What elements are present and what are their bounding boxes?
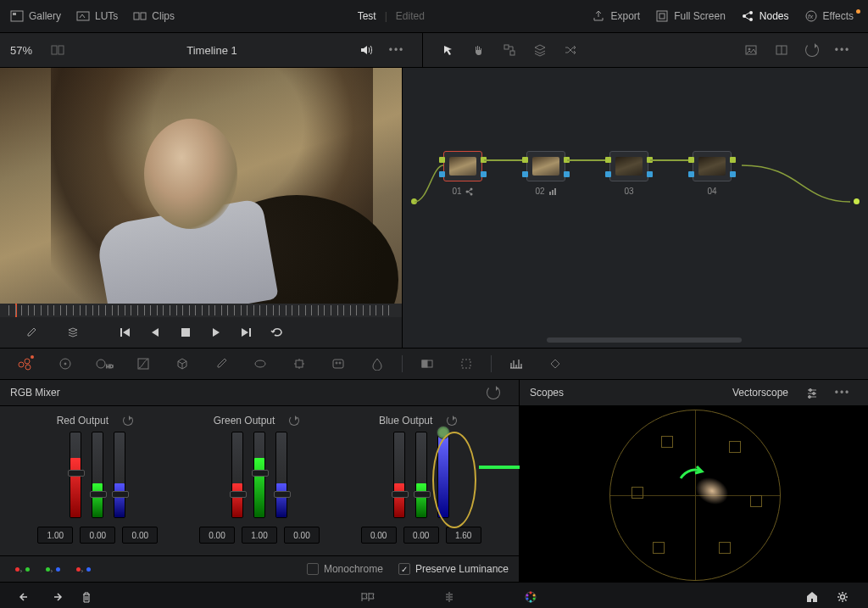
swap-rb-button[interactable]: ›: [71, 563, 95, 575]
red-b-slider[interactable]: [114, 432, 125, 518]
primaries-tab[interactable]: [53, 352, 78, 376]
gallery-button[interactable]: Gallery: [10, 9, 61, 23]
viewer-layout-button[interactable]: [46, 38, 70, 62]
reset-node-button[interactable]: [800, 38, 824, 62]
blue-b-value[interactable]: 1.60: [446, 527, 481, 544]
export-button[interactable]: Export: [592, 9, 640, 23]
red-reset-button[interactable]: [120, 413, 136, 428]
red-b-value[interactable]: 0.00: [122, 527, 158, 544]
green-reset-button[interactable]: [287, 413, 302, 428]
blur-tab[interactable]: [364, 352, 390, 376]
blue-r-value[interactable]: 0.00: [361, 527, 397, 544]
color-page-button[interactable]: [519, 585, 542, 608]
undo-button[interactable]: [14, 585, 37, 608]
monochrome-checkbox[interactable]: Monochrome: [307, 563, 383, 575]
prev-clip-button[interactable]: [113, 321, 136, 344]
sizing-tab[interactable]: [453, 352, 479, 376]
effects-indicator-dot: [856, 9, 860, 14]
scrubber[interactable]: [0, 304, 402, 317]
node-options-button[interactable]: •••: [831, 38, 854, 62]
shuffle-tool[interactable]: [559, 38, 582, 62]
layers-button[interactable]: [61, 321, 85, 344]
green-g-value[interactable]: 1.00: [242, 527, 277, 544]
split-mode-button[interactable]: [770, 38, 793, 62]
tracker-tab[interactable]: [287, 352, 312, 376]
clips-button[interactable]: Clips: [133, 9, 175, 23]
qualifier-tab[interactable]: [209, 352, 234, 376]
green-b-value[interactable]: 0.00: [284, 527, 320, 544]
hdr-tab[interactable]: HDR: [92, 352, 117, 376]
red-output-label: Red Output: [57, 415, 108, 427]
node-graph[interactable]: 01 02 03 04: [403, 68, 868, 348]
node-04[interactable]: 04: [693, 151, 732, 181]
fullscreen-button[interactable]: Full Screen: [655, 9, 726, 23]
svg-point-49: [533, 598, 536, 600]
loop-button[interactable]: [265, 321, 289, 344]
swap-gb-button[interactable]: ›: [41, 563, 64, 575]
node-01[interactable]: 01: [443, 151, 482, 181]
viewer-canvas[interactable]: [0, 68, 402, 304]
hand-icon: [472, 43, 486, 57]
svg-rect-24: [549, 192, 551, 195]
step-back-button[interactable]: [143, 321, 167, 344]
green-g-slider[interactable]: [253, 432, 265, 518]
svg-rect-3: [134, 13, 139, 20]
color-wheels-tab[interactable]: [14, 352, 39, 376]
red-g-value[interactable]: 0.00: [80, 527, 115, 544]
node-layout-tool[interactable]: [498, 38, 521, 62]
luts-button[interactable]: LUTs: [76, 9, 118, 23]
split-clip-button[interactable]: [437, 585, 461, 608]
pan-tool[interactable]: [467, 38, 491, 62]
waveform-tab[interactable]: [504, 352, 529, 376]
blue-b-handle[interactable]: [437, 426, 450, 439]
curves-tab[interactable]: [131, 352, 156, 376]
green-r-value[interactable]: 0.00: [199, 527, 235, 544]
flags-button[interactable]: [356, 585, 380, 608]
next-clip-button[interactable]: [235, 321, 259, 344]
graph-output-port[interactable]: [854, 198, 860, 204]
warper-tab[interactable]: [170, 352, 195, 376]
eyedropper-button[interactable]: [19, 321, 42, 344]
blue-b-slider[interactable]: [437, 432, 449, 518]
zoom-level[interactable]: 57%: [10, 44, 32, 57]
scope-settings-button[interactable]: [800, 381, 824, 404]
scope-options-button[interactable]: •••: [831, 381, 854, 404]
effects-label: Effects: [823, 10, 854, 22]
pointer-tool[interactable]: [437, 38, 460, 62]
key-tab[interactable]: [415, 352, 440, 376]
node-scroll[interactable]: [547, 337, 742, 343]
node-badge-icon: [465, 187, 474, 196]
red-r-value[interactable]: 1.00: [37, 527, 73, 544]
home-button[interactable]: [800, 585, 824, 608]
reset-icon: [123, 416, 133, 426]
preserve-luminance-checkbox[interactable]: Preserve Luminance: [398, 563, 509, 575]
audio-button[interactable]: [354, 38, 378, 62]
nodes-button[interactable]: Nodes: [741, 9, 789, 23]
play-button[interactable]: [204, 321, 228, 344]
node-03[interactable]: 03: [609, 151, 648, 181]
stop-button[interactable]: [174, 321, 198, 344]
viewer-options-button[interactable]: •••: [385, 38, 409, 62]
svg-point-47: [530, 592, 532, 594]
red-r-slider[interactable]: [70, 432, 81, 518]
green-b-slider[interactable]: [275, 432, 287, 518]
green-r-slider[interactable]: [231, 432, 243, 518]
red-g-slider[interactable]: [92, 432, 103, 518]
blue-g-slider[interactable]: [415, 432, 427, 518]
info-tab[interactable]: [542, 352, 568, 376]
blue-g-value[interactable]: 0.00: [403, 527, 439, 544]
effects-button[interactable]: fx Effects: [804, 9, 858, 23]
swap-rg-button[interactable]: ›: [10, 563, 34, 575]
graph-input-port[interactable]: [411, 198, 417, 204]
layers-tool[interactable]: [528, 38, 552, 62]
project-settings-button[interactable]: [831, 585, 854, 608]
magic-mask-tab[interactable]: [326, 352, 351, 376]
delete-button[interactable]: [75, 585, 98, 608]
redo-button[interactable]: [44, 585, 68, 608]
node-02[interactable]: 02: [526, 151, 565, 181]
window-tab[interactable]: [248, 352, 273, 376]
rgb-reset-button[interactable]: [481, 381, 505, 404]
image-mode-button[interactable]: [739, 38, 763, 62]
blue-r-slider[interactable]: [393, 432, 405, 518]
scope-mode-dropdown[interactable]: Vectorscope: [732, 387, 788, 399]
